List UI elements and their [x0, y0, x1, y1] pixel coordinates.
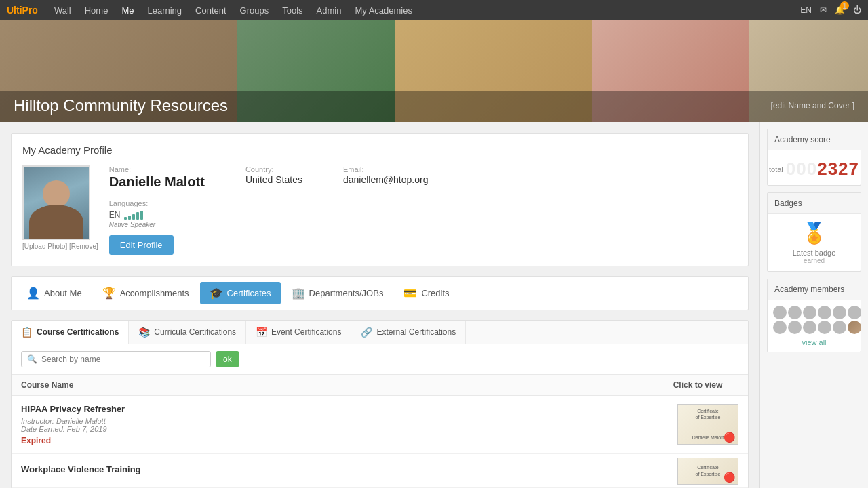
earned-label: earned	[774, 257, 854, 264]
event-cert-icon: 📅	[256, 327, 267, 338]
cert-row-info-2: Workplace Violence Training	[21, 464, 671, 477]
credits-icon: 💳	[403, 287, 417, 300]
academy-score-card: Academy score total 0002327	[767, 129, 861, 186]
cert-tab-course-label: Course Certifications	[37, 327, 119, 337]
right-sidebar: Academy score total 0002327 Badges 🏅 Lat…	[760, 122, 868, 488]
nav-my-academies[interactable]: My Academies	[349, 5, 418, 16]
course-instructor: Instructor: Danielle Malott	[21, 417, 671, 425]
edit-profile-button[interactable]: Edit Profile	[109, 235, 174, 255]
profile-info: Name: Danielle Malott Country: United St…	[109, 165, 737, 255]
member-avatar	[773, 306, 787, 319]
page-title: My Academy Profile	[22, 144, 737, 156]
tab-about-me[interactable]: 👤 About Me	[17, 282, 92, 304]
cert-preview-thumbnail[interactable]: Certificateof ExpertiseDanielle Malott	[677, 404, 738, 445]
search-ok-button[interactable]: ok	[216, 351, 239, 367]
notifications-icon[interactable]: 🔔 1	[835, 5, 845, 15]
email-label: Email:	[343, 165, 429, 174]
languages-label: Languages:	[109, 199, 737, 207]
profile-photo	[22, 165, 90, 240]
view-all-members-link[interactable]: view all	[773, 338, 855, 346]
email-value: daniellem@htop.org	[343, 174, 429, 185]
hero-banner: Hilltop Community Resources [edit Name a…	[0, 20, 868, 122]
about-me-icon: 👤	[26, 287, 40, 300]
search-icon: 🔍	[27, 354, 37, 364]
logo[interactable]: UltiPro	[7, 5, 38, 16]
total-label: total	[769, 165, 783, 174]
search-bar: 🔍 ok	[12, 344, 748, 375]
photo-links[interactable]: [Upload Photo] [Remove]	[22, 243, 98, 250]
cert-subtabs: 📋 Course Certifications 📚 Curricula Cert…	[12, 321, 748, 344]
member-avatar	[773, 321, 787, 334]
academy-score-body: total 0002327	[768, 150, 861, 185]
external-cert-icon: 🔗	[361, 327, 372, 338]
name-section: Name: Danielle Malott	[109, 165, 205, 197]
cert-preview-text-2: Certificateof Expertise	[693, 462, 724, 481]
cert-table-header: Course Name Click to view	[12, 375, 748, 396]
lang-description: Native Speaker	[109, 221, 737, 228]
course-name-2: Workplace Violence Training	[21, 464, 671, 474]
search-input-wrap: 🔍	[21, 351, 211, 367]
tab-departments-label: Departments/JOBs	[309, 288, 384, 298]
cert-tab-event-label: Event Certifications	[271, 327, 341, 337]
edit-name-cover-link[interactable]: [edit Name and Cover ]	[771, 101, 854, 110]
center-panel: My Academy Profile [Upload Photo] [Remov…	[0, 122, 760, 488]
course-cert-icon: 📋	[21, 327, 33, 338]
nav-content[interactable]: Content	[190, 5, 232, 16]
lang-code: EN	[109, 210, 121, 220]
certifications-panel: 📋 Course Certifications 📚 Curricula Cert…	[11, 320, 749, 488]
tab-accomplishments-label: Accomplishments	[120, 288, 189, 298]
cert-tab-external[interactable]: 🔗 External Certifications	[351, 321, 466, 344]
nav-admin[interactable]: Admin	[311, 5, 347, 16]
latest-badge-label: Latest badge	[774, 249, 854, 257]
badges-title: Badges	[768, 193, 861, 214]
table-row: HIPAA Privacy Refresher Instructor: Dani…	[12, 396, 748, 454]
country-value: United States	[245, 174, 302, 185]
member-avatar	[803, 306, 816, 319]
tab-certificates-label: Certificates	[227, 288, 271, 298]
cert-tab-event[interactable]: 📅 Event Certifications	[246, 321, 351, 344]
course-name: HIPAA Privacy Refresher	[21, 404, 671, 414]
cert-preview-text: Certificateof ExpertiseDanielle Malott	[690, 405, 726, 444]
nav-home[interactable]: Home	[79, 5, 114, 16]
lang-proficiency-bar	[124, 210, 143, 220]
col-course-name: Course Name	[21, 380, 657, 390]
badges-body: 🏅 Latest badge earned	[768, 214, 861, 271]
hero-title: Hilltop Community Resources	[14, 96, 228, 115]
nav-tools[interactable]: Tools	[277, 5, 308, 16]
cert-tab-curricula[interactable]: 📚 Curricula Certifications	[129, 321, 246, 344]
cert-tab-curricula-label: Curricula Certifications	[154, 327, 236, 337]
nav-left: UltiPro Wall Home Me Learning Content Gr…	[7, 5, 418, 16]
nav-learning[interactable]: Learning	[142, 5, 187, 16]
country-label: Country:	[245, 165, 302, 174]
profile-tabs: 👤 About Me 🏆 Accomplishments 🎓 Certifica…	[11, 276, 749, 310]
member-avatar-photo	[848, 321, 861, 334]
tab-certificates[interactable]: 🎓 Certificates	[200, 282, 281, 304]
power-icon[interactable]: ⏻	[853, 5, 861, 15]
tab-credits-label: Credits	[421, 288, 449, 298]
nav-wall[interactable]: Wall	[49, 5, 77, 16]
language-selector[interactable]: EN	[800, 5, 812, 15]
nav-groups[interactable]: Groups	[235, 5, 275, 16]
table-row: Workplace Violence Training Certificateo…	[12, 454, 748, 488]
mail-icon[interactable]: ✉	[820, 5, 827, 15]
tab-departments[interactable]: 🏢 Departments/JOBs	[282, 282, 393, 304]
profile-header: [Upload Photo] [Remove] Name: Danielle M…	[22, 165, 737, 255]
score-value: 0002327	[786, 159, 859, 180]
search-input[interactable]	[41, 354, 197, 364]
cert-tab-course[interactable]: 📋 Course Certifications	[12, 321, 129, 344]
col-click-to-view: Click to view	[657, 380, 738, 390]
members-body: view all	[768, 300, 861, 352]
nav-me[interactable]: Me	[116, 5, 139, 16]
curricula-cert-icon: 📚	[138, 327, 150, 338]
tab-accomplishments[interactable]: 🏆 Accomplishments	[93, 282, 199, 304]
cert-preview-thumbnail-2[interactable]: Certificateof Expertise	[677, 458, 738, 485]
academy-members-card: Academy members view all	[767, 279, 861, 352]
certificates-icon: 🎓	[210, 287, 223, 300]
cert-row-info: HIPAA Privacy Refresher Instructor: Dani…	[21, 404, 671, 445]
cert-tab-external-label: External Certifications	[376, 327, 456, 337]
cert-status-expired: Expired	[21, 436, 671, 445]
member-avatar	[848, 306, 861, 319]
tab-credits[interactable]: 💳 Credits	[394, 282, 458, 304]
main-content: My Academy Profile [Upload Photo] [Remov…	[0, 122, 868, 488]
member-avatar	[833, 306, 846, 319]
